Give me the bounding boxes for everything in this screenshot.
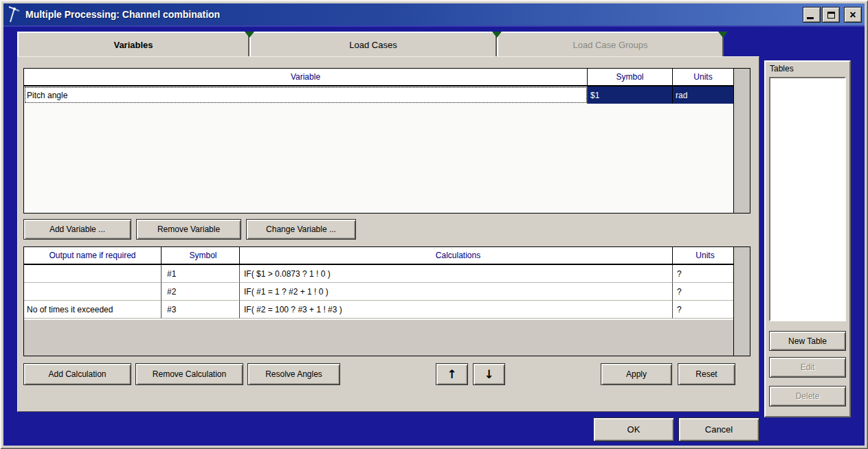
symbol-cell[interactable]: #2 — [162, 283, 240, 301]
output-name-cell[interactable] — [24, 283, 162, 301]
titlebar[interactable]: Multiple Processing: Channel combination… — [3, 3, 865, 25]
column-header-units[interactable]: Units — [673, 69, 733, 85]
tab-load-cases[interactable]: Load Cases — [249, 32, 497, 56]
tab-variables[interactable]: Variables — [17, 32, 249, 56]
column-header-calculations[interactable]: Calculations — [240, 247, 673, 264]
minimize-button[interactable] — [803, 7, 821, 23]
calculations-table-filler — [733, 247, 750, 356]
tables-panel-label: Tables — [770, 64, 794, 73]
tables-listbox[interactable] — [769, 77, 846, 321]
calculation-row[interactable]: #1 IF( $1 > 0.0873 ? 1 ! 0 ) ? — [24, 265, 750, 283]
tables-panel: Tables New Table Edit Delete — [764, 60, 851, 417]
tab-strip: Variables Load Cases Load Case Groups — [17, 32, 724, 56]
apply-button[interactable]: Apply — [601, 363, 672, 385]
tab-variables-label: Variables — [113, 40, 153, 50]
symbol-cell[interactable]: #1 — [162, 265, 240, 283]
close-icon: × — [849, 10, 856, 21]
add-variable-button[interactable]: Add Variable ... — [23, 219, 131, 240]
edit-table-button: Edit — [769, 357, 846, 378]
variable-units-cell[interactable]: rad — [673, 87, 733, 104]
calculation-row[interactable]: No of times it exceeded #3 IF( #2 = 100 … — [24, 301, 750, 319]
client-area: Variables Load Cases Load Case Groups Va… — [3, 25, 865, 446]
calculation-cell[interactable]: IF( #1 = 1 ? #2 + 1 ! 0 ) — [240, 283, 673, 301]
column-header-symbol[interactable]: Symbol — [588, 69, 673, 85]
tab-seam-marker-icon — [245, 32, 254, 38]
app-icon — [6, 5, 21, 23]
window-title: Multiple Processing: Channel combination — [25, 9, 220, 20]
minimize-icon — [807, 17, 814, 19]
variables-table-header: Variable Symbol Units — [24, 69, 750, 87]
variable-symbol-cell[interactable]: $1 — [588, 87, 673, 104]
close-button[interactable]: × — [844, 7, 862, 23]
calculations-table: Output name if required Symbol Calculati… — [23, 246, 750, 356]
maximize-button[interactable] — [822, 7, 840, 23]
tab-seam-marker-icon — [492, 32, 502, 38]
delete-table-button: Delete — [769, 386, 846, 406]
variables-table-filler — [733, 69, 750, 213]
calculation-row[interactable]: #2 IF( #1 = 1 ? #2 + 1 ! 0 ) ? — [24, 283, 750, 301]
units-cell[interactable]: ? — [673, 265, 733, 283]
dialog-window: Multiple Processing: Channel combination… — [0, 0, 868, 449]
calculations-table-empty-area — [24, 320, 733, 356]
output-name-cell[interactable]: No of times it exceeded — [24, 301, 162, 319]
cancel-button[interactable]: Cancel — [678, 417, 759, 441]
column-header-units[interactable]: Units — [673, 247, 733, 264]
calculation-cell[interactable]: IF( $1 > 0.0873 ? 1 ! 0 ) — [240, 265, 673, 283]
calculations-table-header: Output name if required Symbol Calculati… — [24, 247, 750, 265]
variables-tab-panel: Variable Symbol Units Pitch angle $1 rad… — [17, 56, 759, 412]
symbol-cell[interactable]: #3 — [162, 301, 240, 319]
maximize-icon — [827, 12, 835, 19]
variables-table: Variable Symbol Units Pitch angle $1 rad — [23, 68, 750, 214]
tab-load-case-groups: Load Case Groups — [497, 32, 724, 56]
tab-seam-marker-icon — [718, 32, 728, 38]
tab-load-case-groups-label: Load Case Groups — [572, 40, 647, 50]
calculation-cell[interactable]: IF( #2 = 100 ? #3 + 1 ! #3 ) — [240, 301, 673, 319]
variable-row[interactable]: Pitch angle $1 rad — [24, 87, 750, 104]
reset-button[interactable]: Reset — [678, 363, 735, 385]
column-header-variable[interactable]: Variable — [24, 69, 588, 85]
change-variable-button[interactable]: Change Variable ... — [246, 219, 356, 240]
add-calculation-button[interactable]: Add Calculation — [23, 363, 131, 385]
units-cell[interactable]: ? — [673, 283, 733, 301]
ok-button[interactable]: OK — [593, 417, 674, 441]
resolve-angles-button[interactable]: Resolve Angles — [247, 363, 340, 385]
units-cell[interactable]: ? — [673, 301, 733, 319]
tab-load-cases-label: Load Cases — [349, 40, 397, 50]
up-arrow-icon: ↑ — [447, 367, 456, 381]
window-controls: × — [801, 7, 862, 23]
remove-calculation-button[interactable]: Remove Calculation — [135, 363, 243, 385]
output-name-cell[interactable] — [24, 265, 162, 283]
move-up-button[interactable]: ↑ — [436, 363, 468, 385]
column-header-symbol[interactable]: Symbol — [162, 247, 240, 264]
remove-variable-button[interactable]: Remove Variable — [136, 219, 241, 240]
down-arrow-icon: ↓ — [484, 367, 493, 381]
variable-name-cell[interactable]: Pitch angle — [24, 87, 588, 104]
column-header-output-name[interactable]: Output name if required — [24, 247, 162, 264]
new-table-button[interactable]: New Table — [769, 331, 846, 351]
move-down-button[interactable]: ↓ — [473, 363, 505, 385]
